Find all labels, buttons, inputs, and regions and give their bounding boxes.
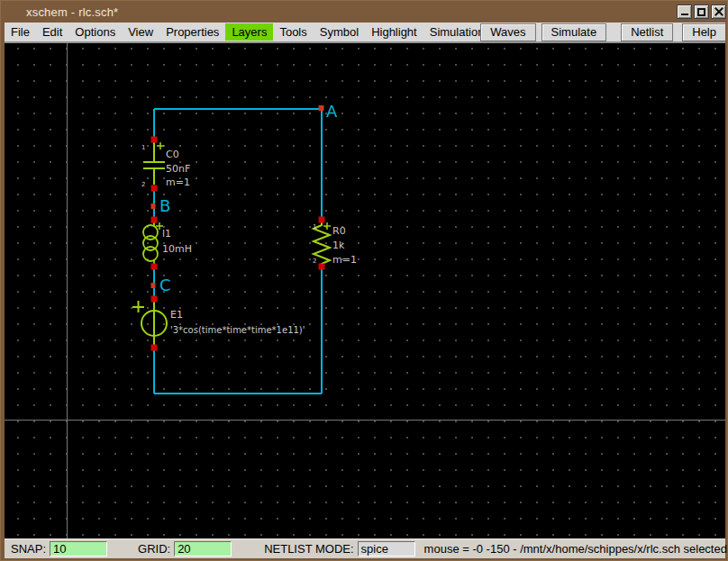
maximize-icon bbox=[697, 8, 705, 16]
pin-number: 2 bbox=[141, 181, 145, 188]
close-button[interactable] bbox=[711, 5, 726, 19]
menu-buttons: Waves Simulate Netlist Help bbox=[480, 23, 725, 41]
menu-item-highlight[interactable]: Highlight bbox=[365, 23, 423, 41]
component-extra: m=1 bbox=[332, 254, 357, 266]
node-label-A[interactable]: A bbox=[326, 102, 338, 121]
grid-label: GRID: bbox=[138, 542, 170, 556]
menu-item-layers[interactable]: Layers bbox=[225, 23, 273, 41]
component-value: 50nF bbox=[166, 163, 190, 175]
simulate-button[interactable]: Simulate bbox=[541, 23, 607, 41]
maximize-button[interactable] bbox=[694, 5, 709, 19]
pin bbox=[151, 345, 158, 351]
netlist-mode-label: NETLIST MODE: bbox=[264, 542, 353, 556]
close-icon bbox=[714, 7, 723, 16]
pin-number: 2 bbox=[313, 258, 316, 265]
component-ref: C0 bbox=[166, 149, 179, 160]
netlist-mode-input[interactable] bbox=[358, 541, 415, 556]
inductor-l1[interactable]: l1 10mH bbox=[143, 217, 192, 270]
voltage-source-E1[interactable]: E1 '3*cos(time*time*time*1e11)' bbox=[132, 296, 305, 351]
plus-mark bbox=[157, 142, 164, 149]
node-label-C[interactable]: C bbox=[159, 276, 171, 294]
origin-axes bbox=[5, 43, 725, 538]
grid-input[interactable] bbox=[174, 541, 232, 556]
pin-number: 1 bbox=[141, 144, 145, 151]
label-attach-mark bbox=[151, 204, 156, 209]
pin bbox=[319, 217, 325, 223]
component-value: 1k bbox=[332, 240, 345, 251]
component-extra: m=1 bbox=[166, 176, 190, 188]
waves-button[interactable]: Waves bbox=[480, 23, 535, 41]
pin-number: 1 bbox=[313, 223, 316, 231]
resistor-R0[interactable]: 1 2 R0 1k m=1 bbox=[313, 217, 357, 270]
node-labels: A B C bbox=[151, 102, 339, 294]
menubar: File Edit Options View Properties Layers… bbox=[5, 23, 725, 41]
pin bbox=[151, 217, 158, 223]
label-attach-mark bbox=[151, 283, 156, 288]
minimize-icon bbox=[681, 13, 688, 15]
menu-item-symbol[interactable]: Symbol bbox=[314, 23, 365, 41]
component-ref: E1 bbox=[170, 309, 183, 321]
label-attach-mark bbox=[319, 105, 324, 111]
component-value: '3*cos(time*time*time*1e11)' bbox=[170, 325, 305, 335]
pin bbox=[319, 264, 325, 270]
schematic-canvas[interactable]: 1 2 C0 50nF m=1 bbox=[5, 41, 725, 538]
window-title: xschem - rlc.sch* bbox=[26, 5, 118, 19]
capacitor-C0[interactable]: 1 2 C0 50nF m=1 bbox=[141, 137, 190, 192]
snap-input[interactable] bbox=[50, 541, 107, 556]
menu-item-properties[interactable]: Properties bbox=[159, 23, 225, 41]
component-value: 10mH bbox=[162, 243, 192, 255]
menu-item-options[interactable]: Options bbox=[68, 23, 122, 41]
menu-item-edit[interactable]: Edit bbox=[36, 23, 68, 41]
pin bbox=[151, 185, 158, 192]
help-button[interactable]: Help bbox=[682, 23, 725, 41]
menu-item-view[interactable]: View bbox=[122, 23, 159, 41]
schematic-svg: 1 2 C0 50nF m=1 bbox=[5, 43, 725, 538]
mouse-status-text: mouse = -0 -150 - /mnt/x/home/schippes/x… bbox=[424, 542, 728, 556]
titlebar[interactable]: xschem - rlc.sch* bbox=[1, 1, 728, 23]
plus-mark bbox=[132, 301, 144, 312]
component-ref: l1 bbox=[162, 228, 171, 240]
window-controls bbox=[677, 5, 726, 19]
component-ref: R0 bbox=[332, 225, 346, 237]
pin bbox=[151, 264, 158, 270]
menu-item-tools[interactable]: Tools bbox=[273, 23, 313, 41]
minimize-button[interactable] bbox=[677, 5, 692, 19]
netlist-button[interactable]: Netlist bbox=[621, 23, 673, 41]
menu-item-file[interactable]: File bbox=[5, 23, 36, 41]
plus-mark bbox=[323, 222, 331, 230]
xschem-window: xschem - rlc.sch* File Edit Options View… bbox=[0, 0, 728, 561]
pin bbox=[151, 296, 158, 303]
node-label-B[interactable]: B bbox=[159, 196, 170, 215]
pin bbox=[151, 137, 158, 143]
snap-label: SNAP: bbox=[11, 542, 46, 556]
statusbar: SNAP: GRID: NETLIST MODE: mouse = -0 -15… bbox=[5, 538, 725, 558]
